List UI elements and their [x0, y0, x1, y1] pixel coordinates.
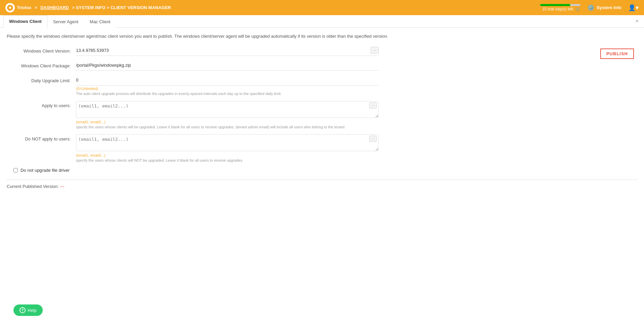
windows-version-input-row: ···	[76, 46, 379, 56]
tab-server-agent[interactable]: Server Agent	[47, 15, 84, 28]
windows-version-dots-button[interactable]: ···	[371, 47, 379, 54]
no-upgrade-driver-checkbox[interactable]	[13, 168, 18, 172]
no-upgrade-driver-label: Do not upgrade file driver	[21, 168, 70, 173]
windows-package-label: Windows Client Package:	[10, 61, 71, 68]
system-info-label: System Info	[597, 5, 621, 10]
windows-package-value-container	[76, 61, 379, 71]
current-published-value: —	[60, 184, 64, 189]
daily-upgrade-hint: (0=Unlimited)	[76, 87, 379, 91]
header-right: 15 trial day(s) left. 🛒 ⚙️ System Info 👤…	[540, 4, 639, 11]
windows-version-label: Windows Client Version:	[10, 46, 71, 54]
tab-mac-client[interactable]: Mac Client	[84, 15, 116, 28]
daily-upgrade-input-row	[76, 76, 379, 86]
do-not-apply-row: Do NOT apply to users: ··· (email1, emai…	[10, 134, 634, 162]
daily-upgrade-row: Daily Upgrade Limit: (0=Unlimited) The a…	[10, 76, 634, 96]
current-published-label: Current Published Version:	[7, 184, 59, 189]
description-text: Please specify the windows client/server…	[7, 33, 637, 40]
cart-icon[interactable]: 🛒	[575, 7, 580, 11]
publish-button[interactable]: PUBLISH	[600, 48, 634, 59]
brand-label: Triofox	[17, 5, 31, 10]
breadcrumb-rest: > SYSTEM INFO > CLIENT VERSION MANAGER	[71, 5, 171, 10]
header-left: Triofox > DASHBOARD > SYSTEM INFO > CLIE…	[5, 3, 171, 12]
do-not-apply-hint: (email1, email2...)	[76, 153, 379, 157]
windows-version-row: Windows Client Version: ···	[10, 46, 595, 56]
daily-upgrade-input[interactable]	[76, 76, 103, 84]
do-not-apply-dots-button[interactable]: ···	[369, 136, 377, 142]
windows-package-row: Windows Client Package:	[10, 61, 634, 71]
triofox-logo	[5, 3, 15, 12]
apply-users-row: Apply to users: ··· (email1, email2...) …	[10, 101, 634, 129]
gear-icon: ⚙️	[587, 4, 595, 11]
trial-progress-bar	[540, 4, 580, 6]
windows-package-input[interactable]	[76, 61, 379, 69]
do-not-apply-input[interactable]	[76, 134, 379, 151]
daily-upgrade-desc: The auto client upgrade process will dis…	[76, 92, 379, 96]
apply-users-textarea-wrapper: ···	[76, 101, 379, 119]
current-published-section: Current Published Version: —	[7, 180, 637, 189]
windows-package-input-row	[76, 61, 379, 71]
windows-version-input[interactable]	[76, 46, 369, 54]
do-not-apply-label: Do NOT apply to users:	[10, 134, 71, 141]
apply-users-hint: (email1, email2...)	[76, 120, 379, 124]
close-button[interactable]: ×	[636, 18, 639, 24]
daily-upgrade-label: Daily Upgrade Limit:	[10, 76, 71, 83]
tabs-container: Windows Client Server Agent Mac Client ×	[0, 15, 644, 28]
apply-users-label: Apply to users:	[10, 101, 71, 108]
apply-users-input[interactable]	[76, 101, 379, 118]
trial-section: 15 trial day(s) left. 🛒	[540, 4, 580, 11]
trial-bar-fill	[540, 4, 570, 6]
apply-users-value-container: ··· (email1, email2...) specify the user…	[76, 101, 379, 129]
daily-upgrade-value-container: (0=Unlimited) The auto client upgrade pr…	[76, 76, 379, 96]
breadcrumb-separator: >	[33, 5, 38, 10]
do-not-apply-textarea-wrapper: ···	[76, 134, 379, 152]
checkbox-row: Do not upgrade file driver	[10, 168, 634, 173]
system-info-button[interactable]: ⚙️ System Info	[587, 4, 621, 11]
trial-text: 15 trial day(s) left. 🛒	[542, 7, 580, 11]
tab-windows-client[interactable]: Windows Client	[3, 15, 47, 28]
form-section: Windows Client Version: ··· PUBLISH Wind…	[7, 46, 637, 173]
do-not-apply-value-container: ··· (email1, email2...) specify the user…	[76, 134, 379, 162]
user-menu-icon[interactable]: 👤▾	[628, 4, 639, 11]
windows-version-value-container: ···	[76, 46, 379, 56]
apply-users-desc: specify the users whose clients will be …	[76, 125, 379, 129]
breadcrumb-dashboard[interactable]: DASHBOARD	[40, 5, 69, 10]
do-not-apply-desc: specify the users whose clients will NOT…	[76, 158, 379, 162]
main-content: Please specify the windows client/server…	[0, 28, 644, 194]
apply-users-dots-button[interactable]: ···	[369, 102, 377, 108]
header: Triofox > DASHBOARD > SYSTEM INFO > CLIE…	[0, 0, 644, 15]
windows-version-row-outer: Windows Client Version: ··· PUBLISH	[10, 46, 634, 61]
